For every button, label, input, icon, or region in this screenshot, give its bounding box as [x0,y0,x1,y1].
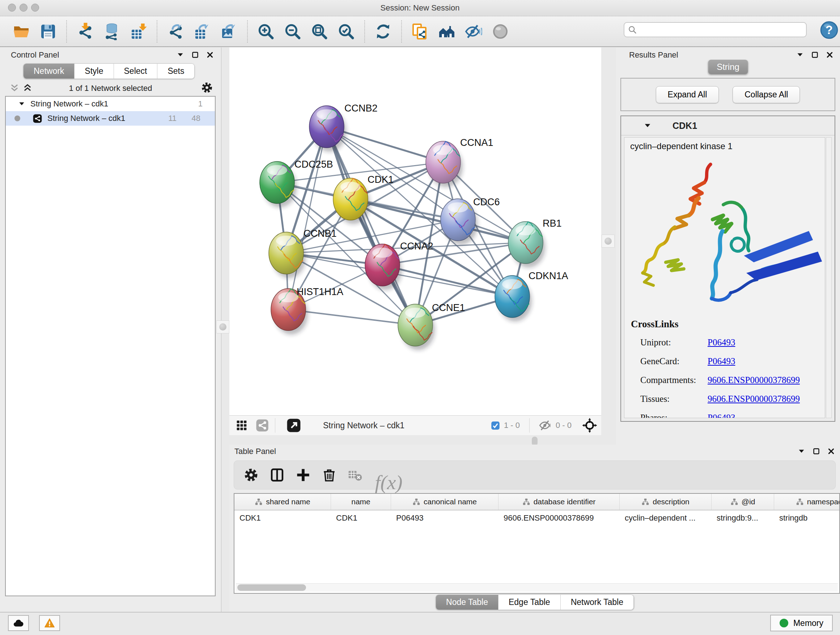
collapse-all-button[interactable]: Collapse All [733,86,800,103]
network-row[interactable]: String Network – cdk1 11 48 [6,111,215,126]
column-header-canonical-name[interactable]: canonical name [391,494,499,510]
toolbar-separator [156,20,157,43]
tab-network-table[interactable]: Network Table [561,595,633,610]
grid-view-icon[interactable] [236,420,248,431]
zoom-in-button[interactable] [255,19,277,43]
show-hide-columns-icon[interactable] [270,467,285,483]
zoom-out-button[interactable] [281,19,304,43]
tab-style[interactable]: Style [74,64,114,79]
search-input[interactable] [640,24,805,36]
hidden-eye-icon[interactable] [539,419,552,432]
results-panel-menu-icon[interactable] [796,51,804,59]
cloud-button[interactable] [8,615,29,631]
first-neighbors-button[interactable] [436,19,458,43]
expand-all-button[interactable]: Expand All [656,86,719,103]
network-view-canvas[interactable]: CCNB2CCNA1CDC25BCDK1CDC6RB1CCNB1CCNA2CDK… [229,48,601,415]
table-options-icon[interactable] [243,467,259,483]
tab-sets[interactable]: Sets [157,64,194,79]
refresh-view-button[interactable] [372,19,394,43]
network-node-CCNB2[interactable]: CCNB2 [309,103,378,152]
warnings-button[interactable] [39,615,60,631]
column-header-description[interactable]: description [620,494,712,510]
network-node-CDKN1A[interactable]: CDKN1A [495,271,568,321]
selected-checkbox-icon[interactable] [491,421,500,431]
open-folder-icon [13,23,30,40]
network-node-CCNA1[interactable]: CCNA1 [426,137,493,187]
table-row[interactable]: CDK1CDK1P064939606.ENSP00000378699cyclin… [234,510,839,526]
network-collection-row[interactable]: String Network – cdk1 1 [6,97,215,111]
memory-button[interactable]: Memory [770,615,833,631]
export-network-button[interactable] [164,19,187,43]
right-splitter-handle[interactable] [602,234,615,248]
import-table-from-file-button[interactable] [127,19,150,43]
export-table-button[interactable] [191,19,213,43]
column-header-name[interactable]: name [331,494,391,510]
column-header-namespace[interactable]: namespace [774,494,840,510]
zoom-selected-button[interactable] [335,19,357,43]
control-panel-menu-icon[interactable] [177,51,184,59]
results-panel-close-icon[interactable] [826,51,834,59]
table-cell[interactable]: CDK1 [234,510,331,526]
network-node-CCNE1[interactable]: CCNE1 [398,302,465,350]
zoom-fit-content-button[interactable] [308,19,331,43]
tab-network[interactable]: Network [24,64,74,79]
fit-selected-crosshair-icon[interactable] [582,417,598,433]
collection-count: 1 [198,99,202,109]
ribbon-stroke [643,244,663,273]
table-cell[interactable]: P06493 [391,510,499,526]
table-cell[interactable]: stringdb:9... [712,510,774,526]
new-network-from-selection-button[interactable] [409,19,431,43]
column-header-shared-name[interactable]: shared name [234,494,331,510]
network-node-CCNB1[interactable]: CCNB1 [269,228,337,278]
tab-select[interactable]: Select [114,64,158,79]
table-cell[interactable]: CDK1 [331,510,391,526]
table-cell[interactable]: 9606.ENSP00000378699 [499,510,620,526]
crosslink-link[interactable]: 9606.ENSP00000378699 [707,375,800,385]
table-panel-close-icon[interactable] [827,448,835,455]
table-panel-float-icon[interactable] [813,448,820,455]
birdseye-view-icon[interactable] [286,418,302,433]
table-hscrollbar-track[interactable] [236,583,838,592]
network-node-CDC25B[interactable]: CDC25B [260,159,333,207]
left-splitter-handle[interactable] [216,320,229,333]
delete-table-icon [347,467,363,483]
gene-expander-icon[interactable] [644,122,652,130]
open-session-button[interactable] [10,19,33,43]
results-panel-float-icon[interactable] [811,51,819,59]
column-header-database-identifier[interactable]: database identifier [499,494,620,510]
table-cell[interactable]: cyclin–dependent ... [620,510,712,526]
crosslink-link[interactable]: P06493 [707,337,735,348]
column-header-@id[interactable]: @id [712,494,774,510]
crosslink-link[interactable]: 9606.ENSP00000378699 [707,394,800,404]
control-panel-close-icon[interactable] [206,51,214,59]
delete-columns-icon[interactable] [322,467,337,483]
tab-node-table[interactable]: Node Table [436,595,499,610]
table-cell[interactable]: stringdb [774,510,840,526]
table-hscrollbar-thumb[interactable] [237,584,306,591]
help-button[interactable]: ? [820,21,838,40]
show-hidden-button [489,19,512,43]
network-node-CDK1[interactable]: CDK1 [333,174,393,224]
gene-entry-header[interactable]: CDK1 [621,116,835,135]
tab-edge-table[interactable]: Edge Table [499,595,561,610]
table-panel-menu-icon[interactable] [798,448,805,455]
share-view-icon[interactable] [256,418,269,432]
crosslink-link[interactable]: P06493 [707,413,735,418]
network-edge[interactable] [288,127,327,310]
network-node-RB1[interactable]: RB1 [508,218,562,268]
crosslink-link[interactable]: P06493 [707,356,735,366]
hide-selected-button[interactable] [462,19,485,43]
export-image-button[interactable] [218,19,240,43]
results-scrollbar-track[interactable] [826,137,832,418]
network-node-HIST1H1A[interactable]: HIST1H1A [271,287,343,334]
import-network-from-file-button[interactable] [74,19,96,43]
ribbon-stroke [731,238,744,251]
tab-string[interactable]: String [708,60,748,74]
save-session-button[interactable] [37,19,59,43]
import-network-from-database-button[interactable] [101,19,123,43]
tree-expander-icon[interactable] [18,100,25,108]
network-node-CDC6[interactable]: CDC6 [441,196,500,245]
create-column-icon[interactable] [295,467,311,483]
control-panel-float-icon[interactable] [191,51,199,59]
network-options-gear-icon[interactable] [201,81,213,94]
